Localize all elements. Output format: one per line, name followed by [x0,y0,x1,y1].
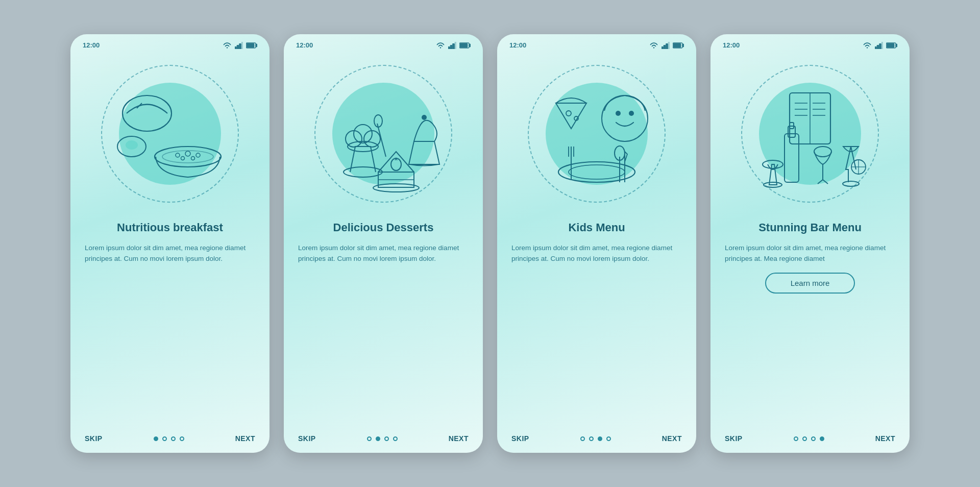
next-button-4[interactable]: NEXT [875,434,895,443]
svg-rect-19 [451,45,452,49]
next-button-1[interactable]: NEXT [235,434,255,443]
svg-line-78 [823,180,828,184]
svg-point-13 [176,153,180,157]
signal-icon [235,42,243,49]
svg-rect-73 [785,134,799,182]
title-kids: Kids Menu [511,221,682,235]
body-bar: Lorem ipsum dolor sit dim amet, mea regi… [725,242,895,264]
body-kids: Lorem ipsum dolor sit dim amet, mea regi… [511,242,682,264]
signal-icon-4 [875,42,883,49]
body-desserts: Lorem ipsum dolor sit dim amet, mea regi… [298,242,469,264]
svg-rect-36 [664,45,666,49]
signal-icon-3 [662,42,670,49]
status-icons-2 [436,42,471,49]
svg-line-77 [818,180,823,184]
status-bar-1: 12:00 [70,34,270,52]
svg-point-42 [566,111,571,116]
dots-1 [154,436,184,441]
dot-2-1 [367,436,372,441]
learn-more-button[interactable]: Learn more [765,273,855,294]
svg-line-30 [377,124,386,157]
skip-button-3[interactable]: SKIP [511,434,529,443]
svg-point-17 [191,157,195,160]
status-bar-2: 12:00 [284,34,483,52]
wifi-icon [223,42,232,49]
dot-1-2 [162,436,167,441]
next-button-3[interactable]: NEXT [662,434,682,443]
status-icons-1 [223,42,257,49]
dots-2 [367,436,398,441]
svg-rect-23 [470,44,471,46]
skip-button-1[interactable]: SKIP [85,434,103,443]
breakfast-svg [99,62,241,205]
battery-icon-3 [673,42,684,48]
wifi-icon-4 [863,42,872,49]
svg-point-45 [616,111,621,116]
svg-point-7 [122,95,172,131]
content-kids: Kids Menu Lorem ipsum dolor sit dim amet… [497,215,696,427]
status-icons-3 [649,42,684,49]
battery-icon-2 [459,42,471,48]
dot-3-3 [598,436,602,441]
dot-1-3 [171,436,176,441]
dot-1-4 [180,436,184,441]
dots-3 [580,436,611,441]
svg-point-15 [196,153,200,157]
svg-point-46 [629,111,634,116]
illustration-bar [721,52,899,215]
bottom-bar-2: SKIP NEXT [284,427,483,453]
time-2: 12:00 [296,41,313,49]
title-desserts: Delicious Desserts [298,221,469,235]
dots-4 [794,436,824,441]
bottom-bar-4: SKIP NEXT [710,427,910,453]
skip-button-4[interactable]: SKIP [725,434,743,443]
svg-rect-1 [237,45,239,49]
svg-rect-35 [662,47,663,49]
illustration-breakfast [81,52,259,215]
screen-desserts: 12:00 [284,34,483,453]
dot-3-1 [580,436,585,441]
illustration-desserts [294,52,473,215]
svg-rect-24 [460,43,468,47]
time-3: 12:00 [509,41,526,49]
svg-point-14 [185,151,190,156]
screen-breakfast: 12:00 [70,34,270,453]
battery-icon [246,42,257,48]
wifi-icon-2 [436,42,445,49]
time-1: 12:00 [83,41,100,49]
signal-icon-2 [448,42,456,49]
svg-point-16 [181,157,185,160]
svg-rect-58 [879,44,881,49]
screens-container: 12:00 [50,14,930,473]
svg-point-12 [162,151,213,163]
battery-icon-4 [886,42,897,48]
title-breakfast: Nutritious breakfast [85,221,255,235]
illustration-kids [507,52,686,215]
skip-button-2[interactable]: SKIP [298,434,316,443]
wifi-icon-3 [649,42,658,49]
svg-point-76 [814,147,831,157]
svg-rect-20 [453,44,454,49]
svg-rect-57 [877,45,879,49]
bar-svg [739,62,881,205]
status-icons-4 [863,42,897,49]
svg-point-25 [344,167,382,177]
dot-4-1 [794,436,798,441]
dot-2-2 [376,436,380,441]
dot-4-4 [820,436,824,441]
svg-rect-18 [448,47,450,49]
svg-point-10 [126,140,138,150]
svg-point-11 [155,147,221,167]
svg-point-33 [391,158,401,171]
next-button-2[interactable]: NEXT [449,434,469,443]
screen-bar: 12:00 [710,34,910,453]
svg-rect-37 [666,44,668,49]
dot-1-1 [154,436,158,441]
bottom-bar-1: SKIP NEXT [70,427,270,453]
dot-3-2 [589,436,594,441]
svg-rect-6 [247,43,254,47]
dot-3-4 [606,436,611,441]
screen-kids: 12:00 [497,34,696,453]
svg-rect-62 [887,43,894,47]
svg-rect-3 [242,42,243,49]
